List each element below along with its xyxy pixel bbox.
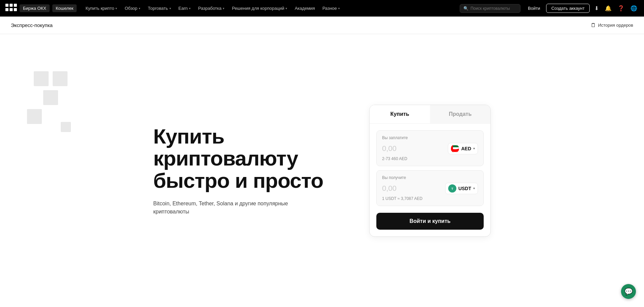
deco-sq-5 <box>61 122 71 132</box>
hero-subtitle: Bitcoin, Ethereum, Tether, Solana и друг… <box>153 200 288 216</box>
notification-icon[interactable]: 🔔 <box>603 4 613 13</box>
language-icon[interactable]: 🌐 <box>629 4 639 13</box>
receive-currency-name: USDT <box>458 186 471 191</box>
deco-sq-3 <box>43 90 58 105</box>
pay-hint: 2-73 460 AED <box>382 156 478 161</box>
pay-currency-selector[interactable]: AED ▾ <box>448 143 478 154</box>
svg-rect-1 <box>10 4 13 7</box>
pay-amount-input[interactable] <box>382 144 436 153</box>
chat-icon: 💬 <box>624 287 633 296</box>
pay-currency-chevron-icon: ▾ <box>473 147 475 150</box>
nav-dev[interactable]: Разработка ▾ <box>195 4 228 13</box>
logo-area: Биржа ОКХ Кошелек <box>5 4 77 13</box>
okx-logo <box>5 4 17 13</box>
tab-buy[interactable]: Купить <box>370 105 430 123</box>
chevron-down-icon: ▾ <box>115 7 117 10</box>
subheader: Экспресс-покупка 🗒 История ордеров <box>0 17 644 34</box>
chat-button[interactable]: 💬 <box>621 284 636 299</box>
pay-block: Вы заплатите AED <box>376 130 484 166</box>
nav-buy-crypto[interactable]: Купить крипто ▾ <box>82 4 120 13</box>
search-bar[interactable]: 🔍 <box>460 4 520 13</box>
nav-trade[interactable]: Торговать ▾ <box>144 4 175 13</box>
aed-flag-icon <box>451 145 459 153</box>
deco-sq-1 <box>34 71 49 86</box>
chevron-down-icon: ▾ <box>223 7 224 10</box>
hero-section: Купить криптовалюту быстро и просто Bitc… <box>153 125 342 215</box>
order-history-label: История ордеров <box>598 23 633 28</box>
signup-button[interactable]: Создать аккаунт <box>546 4 590 13</box>
navbar: Биржа ОКХ Кошелек Купить крипто ▾ Обзор … <box>0 0 644 17</box>
svg-rect-2 <box>14 4 17 7</box>
search-icon: 🔍 <box>463 6 468 11</box>
hero-title: Купить криптовалюту быстро и просто <box>153 125 342 191</box>
cta-button[interactable]: Войти и купить <box>376 213 484 230</box>
pay-label: Вы заплатите <box>382 135 478 140</box>
chevron-down-icon: ▾ <box>189 7 191 10</box>
receive-currency-chevron-icon: ▾ <box>473 186 475 190</box>
wallet-tab[interactable]: Кошелек <box>52 4 77 12</box>
deco-sq-2 <box>53 71 68 86</box>
nav-corp[interactable]: Решения для корпораций ▾ <box>229 4 291 13</box>
svg-rect-3 <box>5 8 8 11</box>
pay-currency-name: AED <box>461 146 471 151</box>
chevron-down-icon: ▾ <box>286 7 287 10</box>
order-history-link[interactable]: 🗒 История ордеров <box>591 22 633 28</box>
deco-sq-4 <box>27 109 42 124</box>
usdt-flag-icon: T <box>448 184 456 193</box>
main-content: Купить криптовалюту быстро и просто Bitc… <box>0 34 644 307</box>
login-button[interactable]: Войти <box>525 4 543 12</box>
receive-row: T USDT ▾ <box>382 183 478 194</box>
download-icon[interactable]: ⬇ <box>593 4 600 13</box>
pay-row: AED ▾ <box>382 143 478 154</box>
svg-rect-5 <box>14 8 17 11</box>
svg-rect-0 <box>5 4 8 7</box>
nav-right-area: Войти Создать аккаунт ⬇ 🔔 ❓ 🌐 <box>525 4 639 13</box>
orders-icon: 🗒 <box>591 22 596 28</box>
receive-hint: 1 USDT ≈ 3,7087 AED <box>382 196 478 201</box>
trade-tabs: Купить Продать <box>370 105 490 124</box>
nav-menu: Купить крипто ▾ Обзор ▾ Торговать ▾ Earn… <box>82 4 343 13</box>
trade-body: Вы заплатите AED <box>370 124 490 236</box>
exchange-tab[interactable]: Биржа ОКХ <box>20 4 50 12</box>
trade-card: Купить Продать Вы заплатите <box>369 105 491 237</box>
search-input[interactable] <box>471 6 514 11</box>
receive-label: Вы получите <box>382 175 478 180</box>
chevron-down-icon: ▾ <box>338 7 340 10</box>
nav-misc[interactable]: Разное ▾ <box>319 4 343 13</box>
nav-overview[interactable]: Обзор ▾ <box>121 4 144 13</box>
svg-rect-8 <box>451 145 453 153</box>
receive-block: Вы получите T USDT ▾ 1 USDT <box>376 170 484 206</box>
page-title: Экспресс-покупка <box>11 22 53 28</box>
svg-text:T: T <box>451 187 453 190</box>
svg-rect-4 <box>10 8 13 11</box>
receive-amount-input[interactable] <box>382 184 436 193</box>
receive-currency-selector[interactable]: T USDT ▾ <box>445 183 478 194</box>
help-icon[interactable]: ❓ <box>616 4 626 13</box>
chevron-down-icon: ▾ <box>169 7 171 10</box>
nav-earn[interactable]: Earn ▾ <box>175 4 194 13</box>
tab-sell[interactable]: Продать <box>430 105 490 123</box>
chevron-down-icon: ▾ <box>139 7 140 10</box>
nav-academy[interactable]: Академия <box>291 4 318 13</box>
